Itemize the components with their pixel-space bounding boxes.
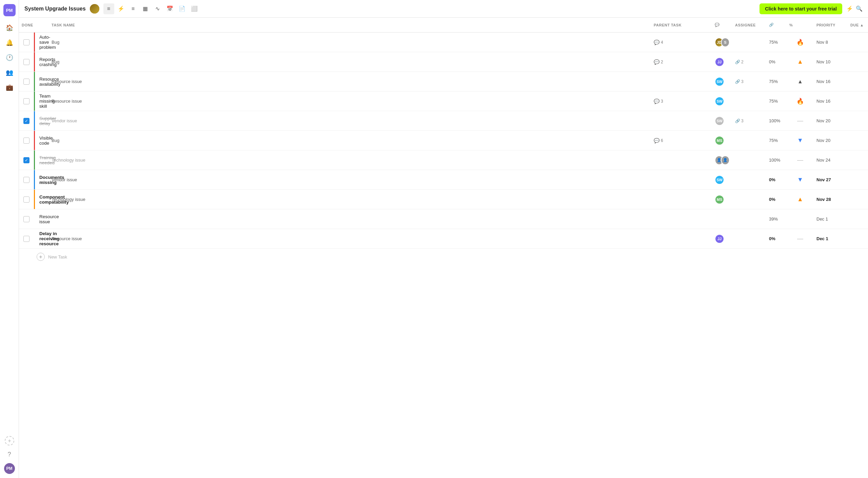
header-right-icons: ⚡ 🔍 — [846, 5, 863, 12]
sidebar-item-home[interactable]: 🏠 — [3, 22, 16, 34]
due-cell: Nov 27 — [814, 177, 848, 182]
assignee-cell: SW — [712, 97, 732, 106]
table-row: Auto-save problem Bug 💬4 JDS 75% 🔥 Nov 8 — [19, 33, 868, 52]
trial-banner[interactable]: Click here to start your free trial — [760, 3, 842, 14]
task-checkbox[interactable] — [23, 196, 29, 203]
due-value: Dec 1 — [816, 236, 828, 241]
assignee-avatar: SW — [715, 175, 724, 185]
header-filter-icon[interactable]: ⚡ — [846, 5, 853, 12]
due-cell: Nov 20 — [814, 138, 848, 143]
add-task-button[interactable]: ＋ — [37, 253, 45, 261]
parent-task-cell: Vendor issue — [49, 118, 651, 123]
toolbar-doc-icon[interactable]: 📄 — [177, 3, 188, 14]
table-row: Resource availability Resource issue SW … — [19, 72, 868, 91]
due-value: Dec 1 — [816, 216, 828, 222]
comments-cell: 💬4 — [651, 40, 712, 45]
task-name-cell: Auto-save problem — [34, 35, 49, 50]
th-task-name[interactable]: TASK NAME — [49, 23, 651, 27]
th-percent[interactable]: % — [787, 23, 814, 27]
task-name-cell: Supplier delay — [34, 116, 49, 126]
task-checkbox[interactable] — [23, 216, 29, 222]
parent-task-text: Vendor issue — [52, 177, 77, 182]
comment-cell: 💬3 — [654, 99, 663, 104]
sidebar-logo[interactable]: PM — [3, 4, 16, 16]
parent-task-text: Bug — [52, 40, 59, 45]
task-checkbox[interactable] — [23, 39, 29, 45]
sidebar-item-notifications[interactable]: 🔔 — [3, 37, 16, 49]
new-task-row[interactable]: ＋ New Task — [19, 249, 868, 265]
due-value: Nov 8 — [816, 40, 828, 45]
toolbar: ≡ ⚡ ≡ ▦ ∿ 📅 📄 ⬜ — [103, 3, 756, 14]
comment-count: 2 — [661, 60, 663, 64]
task-checkbox[interactable] — [23, 177, 29, 183]
th-priority[interactable]: PRIORITY — [814, 23, 848, 27]
sidebar-user-avatar[interactable]: PM — [4, 463, 15, 474]
th-due[interactable]: DUE ▲ — [848, 23, 868, 27]
sidebar-add-button[interactable]: ＋ — [5, 436, 14, 445]
toolbar-grid-icon[interactable]: ▦ — [140, 3, 151, 14]
assignee-avatar: JJ — [715, 57, 724, 67]
percent-cell: 75% — [766, 40, 787, 45]
comment-icon: 💬 — [654, 138, 659, 143]
percent-cell: 75% — [766, 138, 787, 143]
th-parent-task[interactable]: PARENT TASK — [651, 23, 712, 27]
assignee-cell: JJ — [712, 57, 732, 67]
assignee-cell: MS — [712, 136, 732, 145]
priority-cell: 🔥 — [787, 98, 814, 105]
task-checkbox[interactable] — [23, 59, 29, 65]
th-done: DONE — [19, 23, 34, 27]
parent-task-cell: Vendor issue — [49, 177, 651, 182]
percent-value: 0% — [769, 197, 775, 202]
th-assignee[interactable]: ASSIGNEE — [732, 23, 766, 27]
assignee-avatar: JJ — [715, 234, 724, 244]
done-cell — [19, 216, 34, 222]
due-cell: Nov 24 — [814, 158, 848, 163]
sidebar-help-icon[interactable]: ? — [3, 448, 16, 460]
sidebar: PM 🏠 🔔 🕐 👥 💼 ＋ ? PM — [0, 0, 19, 478]
priority-cell: ▲ — [787, 58, 814, 65]
comment-cell: 💬2 — [654, 59, 663, 65]
project-title: System Upgrade Issues — [24, 6, 86, 12]
parent-task-cell: Bug — [49, 59, 651, 64]
toolbar-filter-icon[interactable]: ≡ — [128, 3, 139, 14]
assignee-cell: JDS — [712, 38, 732, 47]
comments-cell: 💬2 — [651, 59, 712, 65]
toolbar-screen-icon[interactable]: ⬜ — [189, 3, 200, 14]
comment-icon: 💬 — [654, 59, 659, 65]
sidebar-item-people[interactable]: 👥 — [3, 66, 16, 79]
task-checkbox[interactable]: ✓ — [23, 118, 29, 124]
task-checkbox[interactable] — [23, 138, 29, 144]
done-cell — [19, 98, 34, 104]
percent-cell: 100% — [766, 158, 787, 163]
due-value: Nov 24 — [816, 158, 830, 163]
percent-value: 100% — [769, 158, 780, 163]
assignee-avatar: 👤 — [721, 155, 730, 165]
comment-cell: 💬6 — [654, 138, 663, 143]
comment-count: 6 — [661, 138, 663, 143]
percent-cell: 75% — [766, 99, 787, 104]
row-bar — [34, 150, 35, 170]
sidebar-item-work[interactable]: 💼 — [3, 81, 16, 93]
table-header: DONE TASK NAME PARENT TASK 💬 ASSIGNEE 🔗 … — [19, 18, 868, 33]
due-cell: Nov 8 — [814, 40, 848, 45]
task-checkbox[interactable] — [23, 236, 29, 242]
toolbar-chart-icon[interactable]: ⚡ — [116, 3, 126, 14]
task-name-cell: Delay in receiving resource — [34, 231, 49, 246]
row-bar — [34, 190, 35, 209]
done-cell — [19, 177, 34, 183]
task-checkbox[interactable] — [23, 79, 29, 85]
toolbar-calendar-icon[interactable]: 📅 — [164, 3, 175, 14]
parent-task-cell: Resource issue — [49, 236, 651, 241]
due-cell: Dec 1 — [814, 216, 848, 222]
percent-cell: 0% — [766, 59, 787, 64]
percent-value: 75% — [769, 99, 778, 104]
toolbar-list-icon[interactable]: ≡ — [103, 3, 114, 14]
task-name-cell: Visible code — [34, 136, 49, 146]
toolbar-activity-icon[interactable]: ∿ — [152, 3, 163, 14]
parent-task-text: Resource issue — [52, 79, 82, 84]
task-checkbox[interactable]: ✓ — [23, 157, 29, 163]
sidebar-item-history[interactable]: 🕐 — [3, 51, 16, 64]
header-search-icon[interactable]: 🔍 — [856, 5, 863, 12]
task-checkbox[interactable] — [23, 98, 29, 104]
task-name-cell: Resource issue — [34, 214, 49, 224]
